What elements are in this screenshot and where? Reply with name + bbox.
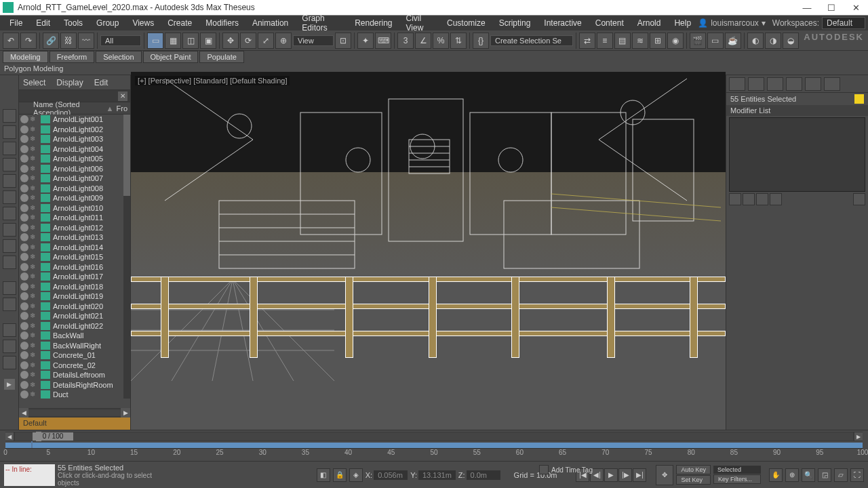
freeze-icon[interactable]: ❄ (30, 322, 38, 330)
list-item[interactable]: ❄ArnoldLight015 (19, 252, 123, 262)
named-selection-dropdown[interactable]: Create Selection Se (490, 35, 573, 46)
list-item[interactable]: ❄ArnoldLight021 (19, 311, 123, 321)
spinner-snap-button[interactable]: ⇅ (450, 33, 467, 49)
display-bone-button[interactable] (3, 256, 16, 269)
display-tab-button[interactable] (805, 77, 821, 91)
display-cameras-button[interactable] (3, 174, 16, 188)
undo-button[interactable]: ↶ (3, 33, 19, 49)
modify-tab-button[interactable] (748, 77, 764, 91)
isolate-button[interactable]: ◧ (317, 468, 330, 482)
freeze-icon[interactable]: ❄ (30, 243, 38, 251)
freeze-icon[interactable]: ❄ (30, 331, 38, 340)
menu-help[interactable]: Help (667, 16, 698, 30)
remove-modifier-button[interactable] (770, 193, 782, 205)
configure-sets-button[interactable] (853, 193, 865, 205)
list-item[interactable]: ❄ArnoldLight016 (19, 262, 123, 272)
list-item[interactable]: ❄DetailsLeftroom (19, 370, 123, 380)
freeze-icon[interactable]: ❄ (30, 165, 38, 173)
visibility-icon[interactable] (20, 165, 28, 173)
select-region-button[interactable]: ◫ (182, 33, 199, 49)
goto-end-button[interactable]: ▶| (633, 468, 646, 482)
tab-selection[interactable]: Selection (96, 51, 141, 63)
angle-snap-button[interactable]: ∠ (415, 33, 431, 49)
modifier-stack[interactable] (729, 117, 865, 192)
setkey-button[interactable]: Set Key (676, 475, 711, 485)
display-frozen-button[interactable] (3, 298, 16, 311)
expand-handle[interactable]: ▶ (4, 379, 15, 390)
visibility-icon[interactable] (20, 194, 28, 202)
visibility-icon[interactable] (20, 381, 28, 389)
list-item[interactable]: ❄ArnoldLight004 (19, 144, 123, 155)
timeslider-left[interactable]: ◀ (5, 432, 14, 441)
viewport[interactable]: [+] [Perspective] [Standard] [Default Sh… (131, 72, 726, 430)
freeze-icon[interactable]: ❄ (30, 351, 38, 359)
curve-editor-button[interactable]: ≋ (632, 33, 648, 49)
addtimetag-button[interactable]: Add Time Tag (551, 466, 593, 474)
freeze-icon[interactable]: ❄ (30, 312, 38, 320)
menu-interactive[interactable]: Interactive (537, 16, 588, 30)
explorer-header[interactable]: Name (Sorted Ascending) ▲ Fro (19, 102, 130, 115)
visibility-icon[interactable] (20, 224, 28, 232)
visibility-icon[interactable] (20, 292, 28, 300)
next-frame-button[interactable]: |▶ (618, 468, 632, 482)
freeze-icon[interactable]: ❄ (30, 174, 38, 182)
list-item[interactable]: ❄ArnoldLight013 (19, 232, 123, 243)
timeslider-right[interactable]: ▶ (854, 432, 863, 441)
bind-button[interactable]: 〰 (78, 33, 94, 49)
autokey-button[interactable]: Auto Key (676, 465, 711, 474)
rotate-button[interactable]: ⟳ (240, 33, 256, 49)
freeze-icon[interactable]: ❄ (30, 302, 38, 310)
utilities-tab-button[interactable] (824, 77, 840, 91)
visibility-icon[interactable] (20, 204, 28, 212)
menu-content[interactable]: Content (589, 16, 631, 30)
refcoord-dropdown[interactable]: View (293, 35, 334, 46)
user-account[interactable]: 👤 louismarcoux ▾ (698, 18, 772, 28)
freeze-icon[interactable]: ❄ (30, 184, 38, 192)
z-coord[interactable]: 0.0m (467, 470, 500, 480)
list-item[interactable]: ❄ArnoldLight007 (19, 174, 123, 184)
placement-button[interactable]: ⊕ (275, 33, 292, 49)
visibility-icon[interactable] (20, 322, 28, 330)
display-all-button[interactable] (3, 109, 16, 123)
menu-tools[interactable]: Tools (57, 16, 90, 30)
visibility-icon[interactable] (20, 174, 28, 182)
play-button[interactable]: ▶ (604, 468, 618, 482)
list-item[interactable]: ❄ArnoldLight014 (19, 243, 123, 253)
explorer-list[interactable]: ❄ArnoldLight001❄ArnoldLight002❄ArnoldLig… (19, 115, 130, 408)
list-item[interactable]: ❄BackWallRight (19, 341, 123, 351)
link-button[interactable]: 🔗 (43, 33, 59, 49)
editnamed-button[interactable]: {} (473, 33, 489, 49)
list-item[interactable]: ❄Concrete_02 (19, 361, 123, 371)
list-item[interactable]: ❄BackWall (19, 331, 123, 341)
list-item[interactable]: ❄ArnoldLight009 (19, 193, 123, 203)
maximize-button[interactable]: ☐ (822, 1, 841, 14)
list-item[interactable]: ❄Concrete_01 (19, 350, 123, 361)
menu-arnold[interactable]: Arnold (631, 16, 668, 30)
snap-toggle-button[interactable]: 3 (397, 33, 414, 49)
freeze-icon[interactable]: ❄ (30, 371, 38, 379)
list-item[interactable]: ❄ArnoldLight020 (19, 302, 123, 312)
visibility-icon[interactable] (20, 351, 28, 359)
tab-freeform[interactable]: Freeform (50, 51, 95, 63)
freeze-icon[interactable]: ❄ (30, 292, 38, 300)
visibility-icon[interactable] (20, 390, 28, 399)
visibility-icon[interactable] (20, 115, 28, 123)
close-button[interactable]: ✕ (846, 1, 865, 14)
freeze-icon[interactable]: ❄ (30, 233, 38, 241)
tab-populate[interactable]: Populate (199, 51, 243, 63)
visibility-icon[interactable] (20, 312, 28, 320)
freeze-icon[interactable]: ❄ (30, 342, 38, 350)
freeze-icon[interactable]: ❄ (30, 272, 38, 281)
workspaces-dropdown[interactable]: Default (822, 17, 865, 29)
nav-maximize-button[interactable]: ⛶ (850, 468, 864, 482)
visibility-icon[interactable] (20, 233, 28, 241)
list-item[interactable]: ❄ArnoldLight001 (19, 115, 123, 125)
select-name-button[interactable]: ▦ (165, 33, 181, 49)
freeze-icon[interactable]: ❄ (30, 283, 38, 291)
nav-orbit-button[interactable]: ⊕ (785, 468, 799, 482)
menu-views[interactable]: Views (125, 16, 161, 30)
visibility-icon[interactable] (20, 342, 28, 350)
redo-button[interactable]: ↷ (20, 33, 37, 49)
freeze-icon[interactable]: ❄ (30, 204, 38, 212)
freeze-icon[interactable]: ❄ (30, 263, 38, 271)
